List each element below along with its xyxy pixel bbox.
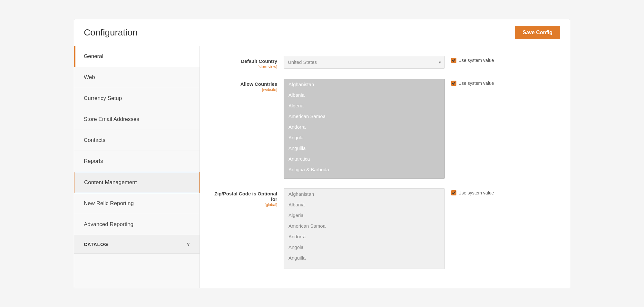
list-item[interactable]: Algeria (284, 210, 444, 221)
default-country-select-wrapper: United States (284, 56, 445, 69)
zip-optional-control: AfghanistanAlbaniaAlgeriaAmerican SamoaA… (284, 188, 445, 269)
sidebar-item-content-management[interactable]: Content Management (74, 172, 200, 193)
allow-countries-system-label: Use system value (458, 81, 494, 86)
sidebar-item-new-relic[interactable]: New Relic Reporting (74, 193, 200, 214)
main-content: Default Country [store view] United Stat… (200, 46, 570, 288)
default-country-system-value: Use system value (445, 56, 494, 63)
list-item[interactable]: Algeria (284, 100, 444, 111)
zip-optional-scope: [global] (213, 203, 277, 207)
zip-optional-row: Zip/Postal Code is Optional for [global]… (213, 188, 557, 269)
list-item[interactable]: Albania (284, 199, 444, 210)
sidebar-item-currency-setup[interactable]: Currency Setup (74, 88, 200, 109)
allow-countries-listbox[interactable]: AfghanistanAlbaniaAlgeriaAmerican SamoaA… (284, 79, 445, 179)
default-country-select[interactable]: United States (284, 56, 445, 69)
content-area: General Web Currency Setup Store Email A… (74, 46, 570, 288)
list-item[interactable]: Afghanistan (284, 189, 444, 199)
default-country-label-col: Default Country [store view] (213, 56, 284, 69)
zip-optional-system-checkbox[interactable] (451, 190, 456, 195)
list-item[interactable]: Afghanistan (284, 79, 444, 90)
allow-countries-system-checkbox[interactable] (451, 81, 456, 86)
default-country-control: United States (284, 56, 445, 69)
list-item[interactable]: Anguilla (284, 253, 444, 263)
zip-optional-system-label: Use system value (458, 190, 494, 195)
list-item[interactable]: Anguilla (284, 143, 444, 154)
allow-countries-label: Allow Countries (213, 81, 277, 87)
zip-optional-system-value: Use system value (445, 188, 494, 195)
catalog-section-label: CATALOG (84, 242, 108, 247)
sidebar: General Web Currency Setup Store Email A… (74, 46, 200, 288)
allow-countries-row: Allow Countries [website] AfghanistanAlb… (213, 79, 557, 179)
catalog-chevron-icon: ∨ (187, 242, 190, 247)
zip-optional-label: Zip/Postal Code is Optional for (213, 191, 277, 202)
default-country-system-label: Use system value (458, 58, 494, 63)
save-config-button[interactable]: Save Config (515, 26, 560, 39)
page-title: Configuration (84, 27, 138, 38)
allow-countries-label-col: Allow Countries [website] (213, 79, 284, 92)
list-item[interactable]: Albania (284, 90, 444, 100)
list-item[interactable]: Angola (284, 132, 444, 143)
zip-optional-listbox[interactable]: AfghanistanAlbaniaAlgeriaAmerican SamoaA… (284, 188, 445, 269)
sidebar-item-store-email[interactable]: Store Email Addresses (74, 109, 200, 130)
default-country-label: Default Country (213, 58, 277, 64)
page-header: Configuration Save Config (74, 19, 570, 46)
list-item[interactable]: Argentina (284, 175, 444, 179)
default-country-scope: [store view] (213, 64, 277, 69)
sidebar-item-contacts[interactable]: Contacts (74, 130, 200, 151)
catalog-section-header[interactable]: CATALOG ∨ (74, 235, 200, 254)
list-item[interactable]: Angola (284, 242, 444, 253)
zip-optional-label-col: Zip/Postal Code is Optional for [global] (213, 188, 284, 207)
sidebar-item-reports[interactable]: Reports (74, 151, 200, 172)
sidebar-item-general[interactable]: General (74, 46, 200, 67)
list-item[interactable]: American Samoa (284, 221, 444, 231)
default-country-system-checkbox[interactable] (451, 58, 456, 63)
list-item[interactable]: American Samoa (284, 111, 444, 122)
list-item[interactable]: Antarctica (284, 154, 444, 164)
sidebar-item-advanced-reporting[interactable]: Advanced Reporting (74, 214, 200, 235)
default-country-row: Default Country [store view] United Stat… (213, 56, 557, 69)
allow-countries-control: AfghanistanAlbaniaAlgeriaAmerican SamoaA… (284, 79, 445, 179)
allow-countries-scope: [website] (213, 87, 277, 92)
list-item[interactable]: Andorra (284, 231, 444, 242)
list-item[interactable]: Andorra (284, 122, 444, 132)
allow-countries-system-value: Use system value (445, 79, 494, 86)
list-item[interactable]: Antigua & Barbuda (284, 164, 444, 175)
sidebar-item-web[interactable]: Web (74, 67, 200, 88)
